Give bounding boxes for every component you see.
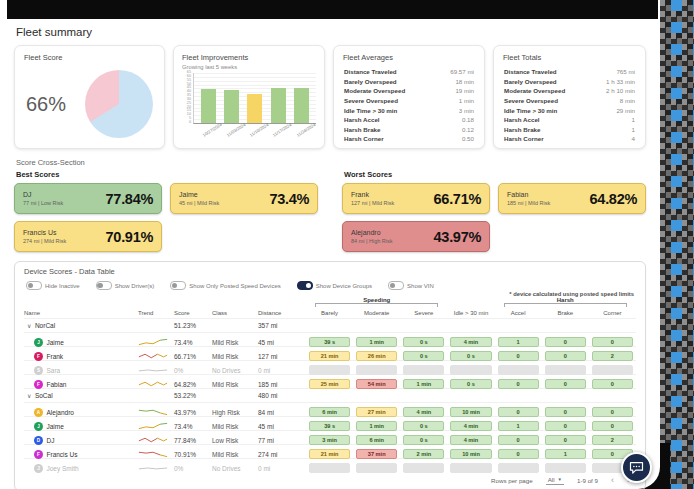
group-score: 53.22% [174, 392, 212, 399]
table-row[interactable]: FFabian64.82%Mild Risk185 mi25 min54 min… [24, 374, 636, 388]
toggle-knob [28, 283, 34, 289]
toggle-switch[interactable] [388, 281, 404, 290]
metric-badge: 3 min [309, 435, 350, 446]
stat-label: Harsh Brake [344, 126, 380, 133]
device-scores-table-card: Device Scores - Data Table Hide Inactive… [14, 261, 646, 489]
toggle-switch[interactable] [297, 281, 313, 290]
table-row[interactable]: FFrancis Us70.91%Mild Risk274 mi21 min37… [24, 444, 636, 458]
toggle-label: Show Driver(s) [115, 283, 155, 289]
stat-row: Distance Traveled69.57 mi [343, 67, 475, 77]
table-row[interactable]: AAlejandro43.97%High Risk84 mi6 min27 mi… [24, 402, 636, 416]
driver-name-cell: FFrank [24, 352, 138, 361]
toggle-switch[interactable] [26, 281, 42, 290]
table-row[interactable]: JJaime73.4%Mild Risk45 mi39 s1 min0 s4 m… [24, 332, 636, 346]
worst-scores-label: Worst Scores [344, 170, 646, 179]
stat-value: 1 [632, 126, 635, 133]
toggle-show-vin[interactable]: Show VIN [388, 281, 434, 290]
table-row[interactable]: DDJ77.84%Low Risk77 mi3 min6 min0 s4 min… [24, 430, 636, 444]
driver-name-cell: JJaime [24, 422, 138, 431]
stat-row: Moderate Overspeed2 h 10 min [503, 86, 636, 96]
avatar: F [34, 352, 43, 361]
toggle-show-driver-s-[interactable]: Show Driver(s) [96, 281, 155, 290]
fleet-averages-list: Distance Traveled69.57 miBarely Overspee… [343, 67, 475, 144]
stat-value: 3 min [459, 107, 474, 114]
column-header: Corner [589, 310, 636, 316]
toggle-switch[interactable] [96, 281, 112, 290]
toggle-switch[interactable] [170, 281, 186, 290]
metric-badge: 10 min [450, 407, 491, 418]
driver-score-info: Alejandro84 mi | High Risk [351, 229, 392, 244]
stat-value: 29 min [616, 107, 635, 114]
stat-label: Harsh Accel [504, 116, 540, 123]
driver-name-cell: JJaime [24, 338, 138, 347]
driver-name-cell: JJoey Smith [24, 464, 138, 473]
class-cell: No Drives [212, 367, 258, 374]
stat-label: Harsh Brake [504, 126, 540, 133]
group-name-cell: ∨SoCal [24, 392, 138, 399]
table-group-row[interactable]: ∨NorCal51.23%357 mi [24, 318, 636, 332]
table-row[interactable]: SSara0%No Drives0 mi [24, 360, 636, 374]
driver-name: Fabian [47, 381, 67, 388]
driver-subtitle: 127 mi | Mild Risk [351, 200, 394, 206]
table-row[interactable]: JJoey Smith0%No Drives0 mi [24, 458, 636, 472]
metric-badge: 4 min [450, 435, 491, 446]
metric-badge: 2 [592, 351, 633, 362]
fleet-score-pie-chart [85, 70, 153, 138]
page-size-select[interactable]: All ▼ [546, 476, 564, 485]
column-header: Score [174, 310, 212, 316]
metric-badge: 21 min [309, 351, 350, 362]
stat-value: 18 min [455, 78, 474, 85]
fleet-averages-title: Fleet Averages [343, 53, 475, 62]
trend-cell [138, 459, 174, 477]
metric-badge: 54 min [356, 379, 397, 390]
metric-badge: 0 [592, 337, 633, 348]
fleet-totals-card: Fleet Totals Distance Traveled765 miBare… [493, 45, 646, 149]
metric-badge: 0 [545, 421, 586, 432]
table-row[interactable]: FFrank66.71%Mild Risk127 mi21 min26 min0… [24, 346, 636, 360]
chat-bubble-icon [629, 461, 644, 474]
metric-badge: 6 min [309, 407, 350, 418]
metric-badge: 0 [545, 379, 586, 390]
metric-badge: 0 [545, 435, 586, 446]
previous-page-button[interactable]: ‹ [611, 476, 614, 485]
driver-name: Alejandro [47, 409, 74, 416]
driver-score-value: 64.82% [590, 191, 637, 207]
chevron-down-icon[interactable]: ∨ [27, 392, 31, 399]
chat-fab-button[interactable] [621, 452, 652, 483]
driver-subtitle: 84 mi | High Risk [351, 238, 392, 244]
avatar: D [34, 436, 43, 445]
toggle-hide-inactive[interactable]: Hide Inactive [26, 281, 80, 290]
driver-name: Joey Smith [47, 465, 79, 472]
driver-score-value: 73.4% [269, 191, 309, 207]
distance-cell: 45 mi [258, 423, 306, 430]
driver-name: Francis Us [47, 451, 78, 458]
column-header: Moderate [353, 310, 400, 316]
score-cell: 64.82% [174, 381, 212, 388]
metric-badge: 0 s [450, 379, 491, 390]
table-row[interactable]: JJaime73.4%Mild Risk45 mi39 s1 min0 s4 m… [24, 416, 636, 430]
score-cell: 0% [174, 465, 212, 472]
stat-value: 2 h 10 min [606, 87, 635, 94]
stat-label: Distance Traveled [344, 68, 397, 75]
chevron-down-icon[interactable]: ∨ [27, 322, 31, 329]
toggle-show-only-posted-speed-devices[interactable]: Show Only Posted Speed Devices [170, 281, 280, 290]
metric-badge [403, 365, 444, 376]
driver-score-value: 66.71% [434, 191, 481, 207]
best-scores-section: Best Scores DJ77 mi | Low Risk77.84%Jaim… [14, 170, 318, 252]
column-header: Distance [258, 310, 306, 316]
metric-badge: 10 min [450, 449, 491, 460]
page-range-label: 1-9 of 9 [577, 477, 598, 484]
toggle-show-device-groups[interactable]: Show Device Groups [297, 281, 372, 290]
table-group-row[interactable]: ∨SoCal53.22%480 mi [24, 388, 636, 402]
fleet-score-title: Fleet Score [24, 53, 155, 62]
improvements-bar-chart: 65605550454035302520151050 [182, 73, 316, 124]
metric-badge: 4 min [403, 407, 444, 418]
metric-badge: 0 [592, 407, 633, 418]
avatar: F [34, 450, 43, 459]
column-header: Name [24, 310, 138, 316]
stat-label: Harsh Corner [344, 135, 384, 142]
distance-cell: 274 mi [258, 451, 306, 458]
metric-badge [356, 463, 397, 474]
toggle-label: Show Only Posted Speed Devices [189, 283, 280, 289]
stat-value: 765 mi [616, 68, 635, 75]
